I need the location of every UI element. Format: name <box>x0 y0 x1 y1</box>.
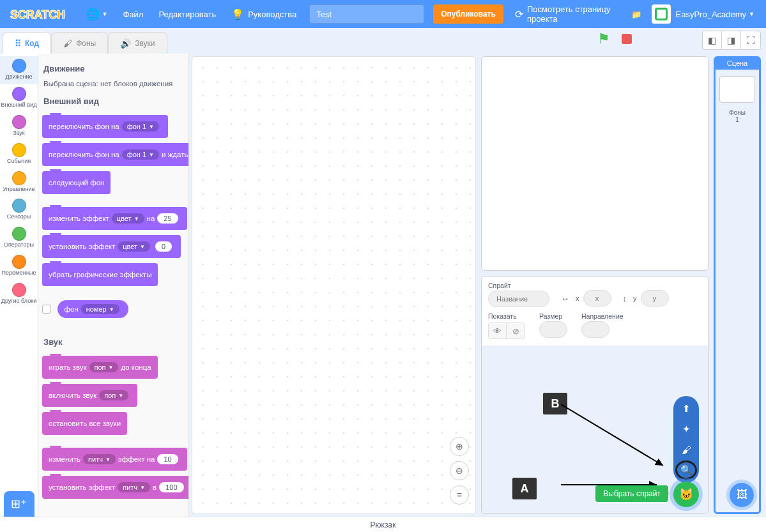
number-input[interactable]: 10 <box>157 454 178 464</box>
reporter-checkbox[interactable] <box>42 305 51 314</box>
main-area: Движение Внешний вид Звук События Управл… <box>0 54 766 517</box>
annotation-label-b: B <box>543 393 567 414</box>
add-extension-button[interactable]: ⊞⁺ <box>4 491 34 517</box>
block-set-pitch[interactable]: установить эффект питч▼ в 100 <box>42 476 189 499</box>
dropdown-pitch[interactable]: питч▼ <box>118 482 150 492</box>
chevron-down-icon: ▼ <box>140 244 145 250</box>
stage-canvas[interactable] <box>481 56 709 271</box>
dropdown-pitch[interactable]: питч▼ <box>83 454 116 464</box>
number-input[interactable]: 25 <box>157 213 178 224</box>
block-play-sound-until[interactable]: играть звук поп▼ до конца <box>42 356 158 379</box>
dropdown-backdrop-attr[interactable]: номер▼ <box>81 304 119 314</box>
sprite-name-input[interactable]: Название <box>488 291 549 307</box>
x-label: x <box>576 294 579 302</box>
annotation-arrows <box>561 397 689 499</box>
mystuff-button[interactable]: 📁 <box>628 4 645 24</box>
category-sensing[interactable]: Сенсоры <box>0 196 38 224</box>
stage-selector[interactable]: Сцена Фоны 1 🖼 <box>714 56 761 514</box>
block-change-effect[interactable]: изменить эффект цвет▼ на 25 <box>42 207 187 230</box>
paint-icon: 🖌 <box>682 445 691 455</box>
sprite-list: B A Выбрать спрайт ⬆ ✦ 🖌 🔍 <box>482 346 708 513</box>
sprite-size-input[interactable] <box>539 321 567 338</box>
upload-sprite-button[interactable]: ⬆ <box>676 400 696 418</box>
file-menu[interactable]: Файл <box>115 0 151 28</box>
stage-full-button[interactable]: ⛶ <box>741 31 760 49</box>
stage-size-controls: ◧ ◨ ⛶ <box>702 31 761 50</box>
sprite-x-input[interactable]: x <box>583 290 611 307</box>
zoom-in-button[interactable]: ⊕ <box>450 437 469 456</box>
block-change-pitch[interactable]: изменить питч▼ эффект на 10 <box>42 448 187 471</box>
search-sprite-button[interactable]: 🔍 <box>676 461 696 479</box>
zoom-out-icon: ⊖ <box>456 466 463 476</box>
project-title-input[interactable] <box>309 4 424 24</box>
scratch-logo[interactable]: SCRATCH <box>10 5 73 23</box>
block-palette[interactable]: Движение Выбрана сцена: нет блоков движе… <box>38 54 189 517</box>
number-input[interactable]: 100 <box>159 482 183 492</box>
username-label: EasyPro_Academy <box>676 10 747 19</box>
svg-text:SCRATCH: SCRATCH <box>10 8 65 21</box>
edit-menu[interactable]: Редактировать <box>151 0 224 28</box>
dropdown-effect[interactable]: цвет▼ <box>118 241 150 252</box>
share-button[interactable]: Опубликовать <box>433 4 503 24</box>
category-variables[interactable]: Переменные <box>0 252 38 280</box>
backpack-bar[interactable]: Рюкзак <box>0 517 766 532</box>
tab-sounds-label: Звуки <box>135 39 155 48</box>
tutorials-menu[interactable]: 💡Руководства <box>224 0 304 28</box>
dropdown-effect[interactable]: цвет▼ <box>112 213 144 224</box>
stage-run-controls: ⚑ <box>597 31 632 47</box>
category-sound[interactable]: Звук <box>0 112 38 141</box>
block-switch-backdrop[interactable]: переключить фон на фон 1▼ <box>42 115 168 138</box>
surprise-sprite-button[interactable]: ✦ <box>676 420 696 438</box>
chevron-down-icon: ▼ <box>134 216 139 222</box>
category-events[interactable]: События <box>0 141 38 169</box>
language-menu[interactable]: 🌐▼ <box>78 0 116 28</box>
chevron-down-icon: ▼ <box>140 485 145 490</box>
dropdown-backdrop[interactable]: фон 1▼ <box>122 121 159 132</box>
category-operators[interactable]: Операторы <box>0 224 38 252</box>
choose-sprite-button[interactable]: 🐱 <box>673 482 699 507</box>
zoom-reset-button[interactable]: = <box>450 485 469 505</box>
chevron-down-icon: ▼ <box>102 11 108 17</box>
account-menu[interactable]: EasyPro_Academy ▼ <box>645 0 761 28</box>
tab-sounds[interactable]: 🔊Звуки <box>108 32 167 54</box>
sprite-hide-button[interactable]: ⊘ <box>507 323 525 338</box>
tab-costumes[interactable]: 🖌Фоны <box>51 32 108 54</box>
sprite-direction-input[interactable] <box>581 321 609 338</box>
code-workspace[interactable]: ⊕ ⊖ = <box>192 56 476 514</box>
category-myblocks[interactable]: Другие блоки <box>0 280 38 308</box>
stop-button[interactable] <box>622 34 632 44</box>
stage-small-button[interactable]: ◧ <box>703 31 722 49</box>
dropdown-sound[interactable]: поп▼ <box>89 362 119 372</box>
category-looks[interactable]: Внешний вид <box>0 84 38 112</box>
block-set-effect[interactable]: установить эффект цвет▼ 0 <box>42 235 181 258</box>
zoom-out-button[interactable]: ⊖ <box>450 461 469 480</box>
sprite-y-input[interactable]: y <box>641 290 669 307</box>
block-next-backdrop[interactable]: следующий фон <box>42 171 111 194</box>
tab-code[interactable]: ⠿Код <box>3 32 51 54</box>
number-input[interactable]: 0 <box>155 241 172 252</box>
block-switch-backdrop-wait[interactable]: переключить фон на фон 1▼ и ждать <box>42 143 189 166</box>
dropdown-backdrop[interactable]: фон 1▼ <box>122 149 159 160</box>
sprite-show-button[interactable]: 👁 <box>489 323 507 338</box>
green-flag-button[interactable]: ⚑ <box>597 31 610 47</box>
stage-thumbnail[interactable] <box>719 76 755 103</box>
block-backdrop-reporter[interactable]: фон номер▼ <box>57 300 128 318</box>
block-clear-effects[interactable]: убрать графические эффекты <box>42 263 158 286</box>
upload-icon: ⬆ <box>682 403 691 414</box>
see-project-page[interactable]: ⟳Посмотреть страницу проекта <box>507 0 628 28</box>
category-motion[interactable]: Движение <box>0 56 38 84</box>
stage-large-button[interactable]: ◨ <box>722 31 741 49</box>
refresh-icon: ⟳ <box>515 8 523 20</box>
category-control[interactable]: Управление <box>0 169 38 197</box>
svg-line-1 <box>561 404 663 466</box>
block-stop-all-sounds[interactable]: остановить все звуки <box>42 412 127 435</box>
block-start-sound[interactable]: включить звук поп▼ <box>42 384 137 407</box>
sprite-label: Спрайт <box>488 282 549 289</box>
paint-sprite-button[interactable]: 🖌 <box>676 441 696 459</box>
direction-label: Направление <box>581 312 624 320</box>
x-icon: ↔ <box>561 294 569 303</box>
choose-backdrop-button[interactable]: 🖼 <box>730 483 754 507</box>
dropdown-sound[interactable]: поп▼ <box>99 390 128 400</box>
add-sprite-stack: ⬆ ✦ 🖌 🔍 🐱 <box>673 396 699 507</box>
y-label: y <box>633 294 637 302</box>
